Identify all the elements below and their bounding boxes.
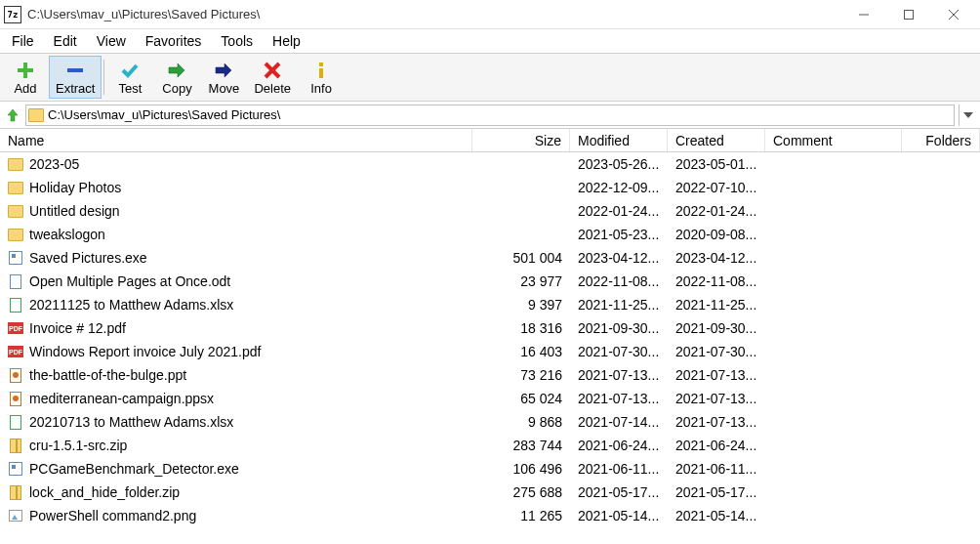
table-row[interactable]: 20210713 to Matthew Adams.xlsx9 8682021-… [0,410,980,434]
pdf-icon: PDF [8,320,23,336]
column-header-modified[interactable]: Modified [570,129,668,151]
table-row[interactable]: Untitled design2022-01-24...2022-01-24..… [0,199,980,223]
file-size: 16 403 [472,344,570,359]
table-row[interactable]: 20211125 to Matthew Adams.xlsx9 3972021-… [0,293,980,316]
table-row[interactable]: the-battle-of-the-bulge.ppt73 2162021-07… [0,363,980,387]
column-header-comment[interactable]: Comment [765,129,902,151]
file-list: 2023-052023-05-26...2023-05-01...Holiday… [0,152,980,527]
table-row[interactable]: Saved Pictures.exe501 0042023-04-12...20… [0,246,980,270]
table-row[interactable]: mediterranean-campaign.ppsx65 0242021-07… [0,387,980,410]
file-modified: 2021-07-13... [570,391,668,406]
toolbar-info[interactable]: Info [298,56,345,99]
file-modified: 2021-05-23... [570,227,668,242]
maximize-button[interactable] [886,0,931,29]
toolbar-copy[interactable]: Copy [153,56,200,99]
file-name: cru-1.5.1-src.zip [29,438,127,453]
exe-icon [8,250,23,266]
file-modified: 2021-07-13... [570,367,668,383]
window-title: C:\Users\mav_u\Pictures\Saved Pictures\ [27,7,841,21]
file-name: Open Multiple Pages at Once.odt [29,273,230,289]
zip-icon [8,484,23,500]
file-name: mediterranean-campaign.ppsx [29,391,214,406]
ppt-icon [8,391,23,406]
toolbar-delete-label: Delete [254,81,291,96]
folder-icon [8,203,23,219]
file-name: Saved Pictures.exe [29,250,147,266]
table-row[interactable]: PDFInvoice # 12.pdf18 3162021-09-30...20… [0,316,980,340]
exe-icon [8,461,23,477]
folder-icon [28,108,44,122]
table-row[interactable]: PCGameBenchmark_Detector.exe106 4962021-… [0,457,980,481]
svg-rect-12 [319,68,323,78]
column-header-name[interactable]: Name [0,129,472,151]
pdf-icon: PDF [8,344,23,359]
address-path: C:\Users\mav_u\Pictures\Saved Pictures\ [48,107,280,122]
file-modified: 2022-01-24... [570,203,668,219]
toolbar: Add Extract Test Copy Move Delete I [0,53,980,102]
file-name: tweakslogon [29,227,105,242]
folder-icon [8,227,23,242]
menu-file[interactable]: File [2,31,44,51]
address-dropdown-button[interactable] [959,105,976,126]
file-name: 20210713 to Matthew Adams.xlsx [29,414,233,430]
column-header-size[interactable]: Size [472,129,570,151]
table-row[interactable]: Open Multiple Pages at Once.odt23 977202… [0,270,980,293]
check-icon [120,60,140,81]
file-created: 2023-04-12... [668,250,765,266]
column-header-created[interactable]: Created [668,129,765,151]
address-bar: C:\Users\mav_u\Pictures\Saved Pictures\ [0,102,980,129]
toolbar-extract[interactable]: Extract [49,56,102,99]
file-name: 20211125 to Matthew Adams.xlsx [29,297,233,313]
toolbar-test[interactable]: Test [106,56,153,99]
file-size: 18 316 [472,320,570,336]
file-modified: 2023-05-26... [570,156,668,172]
address-field[interactable]: C:\Users\mav_u\Pictures\Saved Pictures\ [25,105,955,126]
file-size: 73 216 [472,367,570,383]
toolbar-extract-label: Extract [56,81,95,96]
table-row[interactable]: cru-1.5.1-src.zip283 7442021-06-24...202… [0,434,980,457]
menu-help[interactable]: Help [263,31,310,51]
toolbar-move[interactable]: Move [200,56,247,99]
file-modified: 2021-11-25... [570,297,668,313]
menu-edit[interactable]: Edit [44,31,87,51]
file-created: 2022-01-24... [668,203,765,219]
toolbar-test-label: Test [119,81,143,96]
info-icon [311,60,331,81]
file-created: 2020-09-08... [668,227,765,242]
file-created: 2022-07-10... [668,180,765,195]
table-row[interactable]: PDFWindows Report invoice July 2021.pdf1… [0,340,980,363]
column-header-folders[interactable]: Folders [902,129,980,151]
toolbar-info-label: Info [310,81,332,96]
minimize-button[interactable] [841,0,886,29]
folder-icon [8,156,23,172]
up-button[interactable] [4,106,21,124]
table-row[interactable]: Holiday Photos2022-12-09...2022-07-10... [0,176,980,199]
odt-icon [8,273,23,289]
close-button[interactable] [931,0,976,29]
menu-favorites[interactable]: Favorites [136,31,212,51]
file-size: 9 868 [472,414,570,430]
file-modified: 2022-11-08... [570,273,668,289]
title-bar: 7z C:\Users\mav_u\Pictures\Saved Picture… [0,0,980,29]
toolbar-add[interactable]: Add [2,56,49,99]
table-row[interactable]: lock_and_hide_folder.zip275 6882021-05-1… [0,481,980,504]
file-modified: 2022-12-09... [570,180,668,195]
file-size: 283 744 [472,438,570,453]
file-created: 2023-05-01... [668,156,765,172]
file-modified: 2021-07-14... [570,414,668,430]
menu-view[interactable]: View [87,31,136,51]
table-row[interactable]: 2023-052023-05-26...2023-05-01... [0,152,980,176]
png-icon [8,508,23,523]
app-icon: 7z [4,6,21,23]
file-created: 2021-11-25... [668,297,765,313]
file-name: PCGameBenchmark_Detector.exe [29,461,239,477]
menu-tools[interactable]: Tools [211,31,263,51]
file-created: 2021-05-17... [668,484,765,500]
toolbar-delete[interactable]: Delete [247,56,298,99]
file-name: Invoice # 12.pdf [29,320,126,336]
table-row[interactable]: tweakslogon2021-05-23...2020-09-08... [0,223,980,246]
table-row[interactable]: PowerShell command2.png11 2652021-05-14.… [0,504,980,527]
file-size: 9 397 [472,297,570,313]
file-modified: 2023-04-12... [570,250,668,266]
xlsx-icon [8,297,23,313]
